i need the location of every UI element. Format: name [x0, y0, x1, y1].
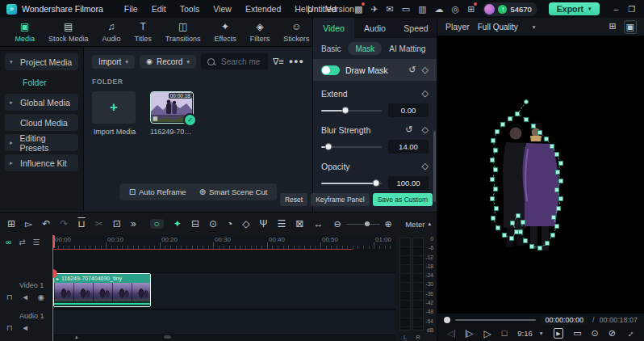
voiceover-mic-icon[interactable]: Ψ: [260, 219, 268, 229]
redo-icon[interactable]: ↷: [60, 219, 68, 229]
record-button[interactable]: ◉Record▾: [140, 55, 196, 69]
timeline-clip[interactable]: ▸ 116249-707404690_tiny: [53, 273, 151, 307]
layout-icon[interactable]: ⊞: [7, 219, 15, 229]
tab-audio[interactable]: ♫Audio: [95, 21, 128, 43]
tab-video[interactable]: Video: [313, 18, 354, 38]
progress-bar[interactable]: [455, 319, 536, 321]
more-tools-icon[interactable]: »: [131, 219, 136, 229]
next-frame-icon[interactable]: ▷: [466, 330, 474, 338]
sidebar-item-influence-kit[interactable]: ▸Influence Kit: [5, 154, 78, 171]
slider-handle[interactable]: [342, 107, 349, 114]
menu-view[interactable]: View: [213, 4, 232, 14]
track-expand-icon[interactable]: ▴: [75, 334, 78, 340]
reset-button[interactable]: Reset: [280, 193, 307, 206]
keyframe-diamond-icon[interactable]: ◇: [422, 124, 429, 135]
sidebar-item-global-media[interactable]: ▸Global Media: [5, 94, 78, 111]
sidebar-item-project-media[interactable]: ▾Project Media: [5, 53, 78, 70]
scrubber-handle[interactable]: [444, 317, 450, 323]
tab-filters[interactable]: ◈Filters: [243, 21, 277, 43]
reset-icon[interactable]: ↺: [405, 124, 412, 135]
tab-stickers[interactable]: ☺Stickers: [277, 21, 316, 43]
export-button[interactable]: Export ▾: [549, 2, 600, 15]
keyframe-diamond-icon[interactable]: ◇: [422, 88, 429, 99]
link-icon[interactable]: ∞: [6, 238, 11, 246]
feedback-icon[interactable]: ✉: [387, 4, 394, 15]
split-icon[interactable]: ✂: [95, 219, 103, 229]
subtab-basic[interactable]: Basic: [321, 44, 341, 53]
play-window-icon[interactable]: ▶: [554, 328, 563, 339]
draw-mask-toggle[interactable]: [321, 65, 340, 75]
menu-file[interactable]: File: [124, 4, 138, 14]
ai-scene-icon[interactable]: ✦: [174, 219, 182, 229]
workspace-icon[interactable]: ⊞: [467, 4, 475, 15]
meter-toggle[interactable]: Meter ▴: [405, 213, 431, 235]
search-input[interactable]: [220, 57, 261, 67]
auto-reframe-button[interactable]: ⊡Auto Reframe: [129, 187, 186, 196]
audio-mixer-icon[interactable]: ☰: [278, 219, 286, 229]
sidebar-item-cloud-media[interactable]: Cloud Media: [5, 114, 78, 131]
horizontal-scrollbar[interactable]: [164, 335, 171, 339]
playhead-handle[interactable]: [52, 235, 55, 248]
import-button[interactable]: Import▾: [92, 55, 135, 69]
menu-extended[interactable]: Extended: [245, 4, 281, 14]
tab-speed[interactable]: Speed: [395, 18, 437, 38]
send-icon[interactable]: ✈: [370, 4, 378, 15]
slider-handle[interactable]: [372, 179, 379, 187]
keyframe-panel-button[interactable]: Keyframe Panel: [311, 193, 369, 206]
save-as-custom-button[interactable]: Save as Custom: [373, 193, 433, 206]
fit-timeline-icon[interactable]: ↔: [313, 219, 323, 229]
keyframe-diamond-icon[interactable]: ◇: [422, 161, 429, 171]
mask-icon[interactable]: ○: [150, 219, 164, 229]
save-icon[interactable]: ▥: [418, 4, 426, 15]
support-icon[interactable]: ◎: [452, 4, 460, 15]
opacity-slider[interactable]: [321, 179, 382, 187]
timeline-ruler[interactable]: 00:00 00:10 00:20 00:30 00:40 00:50 01:0…: [52, 235, 395, 249]
insert-clip-icon[interactable]: ⊟: [191, 219, 199, 229]
more-icon[interactable]: ●●●: [289, 57, 304, 65]
screen-record-icon[interactable]: ⊠: [295, 219, 303, 229]
ripple-icon[interactable]: ⇄: [19, 238, 25, 246]
subtab-ai-matting[interactable]: AI Matting: [389, 44, 425, 53]
tab-audio-props[interactable]: Audio: [354, 18, 395, 38]
tab-stock-media[interactable]: ▤Stock Media: [42, 21, 96, 43]
mute-icon[interactable]: ◄: [21, 323, 28, 332]
filter-icon[interactable]: ∇≡: [273, 57, 284, 67]
track-manage-icon[interactable]: ☰: [33, 238, 40, 246]
previous-frame-icon[interactable]: ◁: [447, 330, 455, 338]
reset-icon[interactable]: ↺: [408, 65, 416, 75]
opacity-value[interactable]: 100.00: [388, 176, 429, 190]
device-icon[interactable]: ▭: [402, 4, 410, 15]
chroma-key-icon[interactable]: ⊙: [209, 219, 217, 229]
crop-icon[interactable]: ⊡: [113, 219, 121, 229]
menu-tools[interactable]: Tools: [180, 4, 200, 14]
eye-icon[interactable]: ◉: [38, 293, 44, 301]
stop-icon[interactable]: □: [502, 329, 508, 338]
zoom-in-icon[interactable]: ⊕: [385, 220, 392, 229]
blur-strength-slider[interactable]: [321, 143, 382, 150]
lock-icon[interactable]: ⊓: [6, 293, 12, 301]
effects-shield-icon[interactable]: ◇: [242, 219, 249, 229]
lock-icon[interactable]: ⊓: [6, 323, 12, 332]
cloud-upload-icon[interactable]: ☁: [435, 4, 444, 15]
slider-handle[interactable]: [325, 143, 332, 150]
mirror-display-icon[interactable]: ▭: [573, 329, 581, 338]
scrollbar[interactable]: [433, 131, 436, 202]
multi-view-icon[interactable]: ⊞: [608, 21, 616, 33]
tab-titles[interactable]: TTitles: [128, 21, 158, 43]
account-badge[interactable]: ↑ 54670: [483, 2, 537, 16]
sidebar-item-editing-presets[interactable]: ▸Editing Presets: [5, 134, 78, 151]
import-media-tile[interactable]: + Import Media: [92, 91, 137, 136]
tab-transitions[interactable]: ◫Transitions: [158, 21, 207, 43]
video-preview[interactable]: [437, 36, 644, 314]
tab-media[interactable]: ▣Media: [8, 21, 42, 43]
subtab-mask[interactable]: Mask: [348, 42, 382, 55]
play-icon[interactable]: ▷: [483, 329, 491, 339]
maximize-button[interactable]: ❐: [628, 5, 635, 14]
select-icon[interactable]: ▻: [25, 219, 32, 229]
gift-icon[interactable]: ▩: [354, 4, 362, 15]
mute-icon[interactable]: ◄: [21, 293, 28, 301]
playhead[interactable]: [52, 235, 53, 341]
media-clip-tile[interactable]: 00:00:18 ▦ ✓ 116249-7074046...: [150, 91, 195, 136]
aspect-ratio-dropdown[interactable]: 9:16 ▾: [517, 329, 542, 338]
timeline-zoom-slider[interactable]: [346, 221, 380, 228]
